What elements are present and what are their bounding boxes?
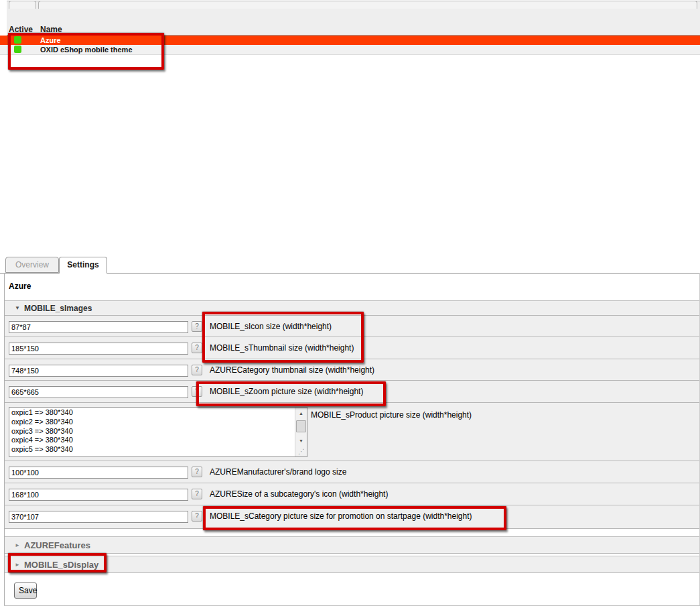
scroll-up-icon[interactable]: ▲ xyxy=(296,409,306,418)
sicon-size-input[interactable] xyxy=(9,321,188,333)
setting-label: MOBILE_sZoom picture size (width*height) xyxy=(210,387,363,396)
theme-name: Azure xyxy=(40,36,61,44)
chevron-right-icon: ► xyxy=(15,537,20,553)
chevron-down-icon: ▼ xyxy=(15,301,20,315)
setting-row-subcategory-icon: ? AZURESize of a subcategory's icon (wid… xyxy=(5,483,699,505)
szoom-size-input[interactable] xyxy=(9,386,188,398)
help-icon[interactable]: ? xyxy=(192,343,202,353)
save-button[interactable]: Save xyxy=(14,583,37,599)
column-header-name[interactable] xyxy=(38,1,697,9)
active-status-icon xyxy=(14,46,21,53)
setting-label: AZURECategory thumbnail size (width*heig… xyxy=(210,365,374,375)
theme-list-header: Active Name xyxy=(7,1,700,36)
category-thumb-size-input[interactable] xyxy=(9,365,188,377)
panel-border-bottom xyxy=(4,605,700,606)
help-icon[interactable]: ? xyxy=(192,386,202,397)
section-label: MOBILE_sDisplay xyxy=(24,556,98,572)
sproduct-size-textarea[interactable]: oxpic1 => 380*340 oxpic2 => 380*340 oxpi… xyxy=(9,407,307,457)
textarea-content[interactable]: oxpic1 => 380*340 oxpic2 => 380*340 oxpi… xyxy=(11,408,293,456)
column-label-name: Name xyxy=(40,25,62,34)
help-icon[interactable]: ? xyxy=(192,489,202,499)
section-header-mobile-simages[interactable]: ▼ MOBILE_sImages xyxy=(5,300,699,316)
setting-row-sicon: ? MOBILE_sIcon size (width*height) xyxy=(5,316,699,337)
column-header-active[interactable] xyxy=(9,1,36,9)
setting-label: AZUREManufacturer's/brand logo size xyxy=(210,467,346,477)
setting-row-scategory-promo: ? MOBILE_sCategory picture size for prom… xyxy=(5,505,699,529)
sthumbnail-size-input[interactable] xyxy=(9,343,188,355)
help-icon[interactable]: ? xyxy=(192,467,202,477)
active-status-icon xyxy=(14,36,21,44)
brand-logo-size-input[interactable] xyxy=(9,467,188,479)
section-label: MOBILE_sImages xyxy=(24,301,92,315)
help-icon[interactable]: ? xyxy=(192,365,202,375)
section-header-mobile-sdisplay[interactable]: ► MOBILE_sDisplay xyxy=(5,556,699,573)
theme-name: OXID eShop mobile theme xyxy=(40,46,133,54)
theme-row-azure[interactable]: Azure xyxy=(0,36,700,45)
scategory-promo-size-input[interactable] xyxy=(9,511,188,523)
setting-label: MOBILE_sIcon size (width*height) xyxy=(210,322,332,331)
page-title: Azure xyxy=(9,282,31,291)
theme-row-mobile[interactable]: OXID eShop mobile theme xyxy=(0,45,700,55)
setting-label: MOBILE_sCategory picture size for promot… xyxy=(210,511,472,521)
section-label: AZUREFeatures xyxy=(24,537,90,553)
setting-label: AZURESize of a subcategory's icon (width… xyxy=(210,489,388,499)
setting-label: MOBILE_sProduct picture size (width*heig… xyxy=(311,410,472,420)
tab-settings[interactable]: Settings xyxy=(59,257,107,273)
column-label-active: Active xyxy=(9,25,33,34)
scrollbar-thumb[interactable] xyxy=(296,420,306,432)
setting-label: MOBILE_sThumbnail size (width*height) xyxy=(210,343,354,353)
scrollbar[interactable]: ▲ ▼ ⋰ xyxy=(295,408,307,456)
tab-overview[interactable]: Overview xyxy=(5,257,59,273)
help-icon[interactable]: ? xyxy=(192,321,202,332)
help-icon[interactable]: ? xyxy=(192,511,202,522)
resize-grip-icon[interactable]: ⋰ xyxy=(297,448,306,456)
setting-row-brand-logo: ? AZUREManufacturer's/brand logo size xyxy=(5,461,699,483)
setting-row-category-thumb: ? AZURECategory thumbnail size (width*he… xyxy=(5,359,699,381)
section-header-azurefeatures[interactable]: ► AZUREFeatures xyxy=(5,536,699,554)
setting-row-sproduct: oxpic1 => 380*340 oxpic2 => 380*340 oxpi… xyxy=(5,403,699,461)
subcategory-icon-size-input[interactable] xyxy=(9,489,188,501)
setting-row-szoom: ? MOBILE_sZoom picture size (width*heigh… xyxy=(5,381,699,403)
setting-row-sthumbnail: ? MOBILE_sThumbnail size (width*height) xyxy=(5,337,699,359)
chevron-right-icon: ► xyxy=(15,556,20,572)
scroll-down-icon[interactable]: ▼ xyxy=(296,436,306,446)
